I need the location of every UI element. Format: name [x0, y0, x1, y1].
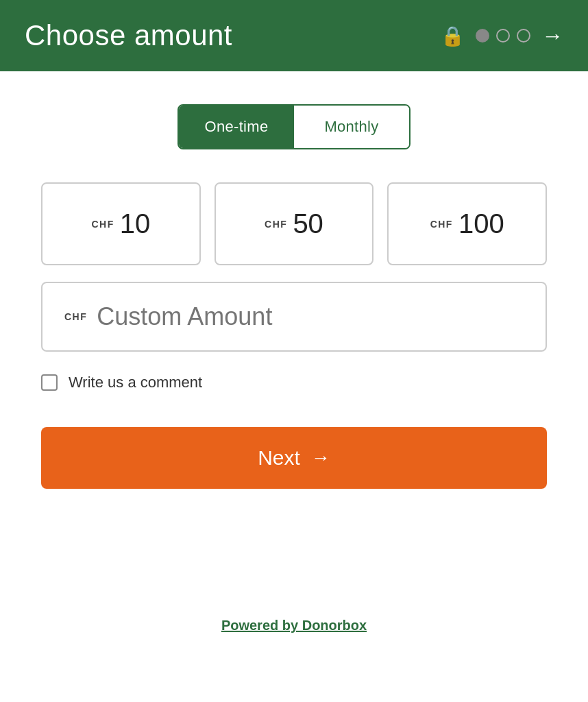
amount-card-10[interactable]: CHF 10 — [41, 182, 201, 265]
lock-icon: 🔒 — [441, 25, 465, 47]
step-indicator-1 — [476, 29, 489, 43]
comment-checkbox-label: Write us a comment — [69, 374, 202, 391]
amount-value-100: 100 — [458, 208, 504, 239]
next-button-label: Next — [258, 446, 300, 470]
custom-amount-currency-label: CHF — [64, 311, 87, 322]
page-title: Choose amount — [25, 19, 232, 52]
amount-currency-50: CHF — [265, 219, 287, 230]
comment-checkbox[interactable] — [41, 374, 58, 391]
amount-card-100[interactable]: CHF 100 — [387, 182, 547, 265]
step-indicator-3 — [517, 29, 530, 43]
custom-amount-container: CHF — [41, 282, 547, 352]
amount-value-10: 10 — [120, 208, 151, 239]
step-indicator-2 — [496, 29, 510, 43]
custom-amount-input[interactable] — [97, 302, 524, 331]
monthly-button[interactable]: Monthly — [294, 106, 409, 148]
one-time-button[interactable]: One-time — [179, 106, 294, 148]
footer: Powered by Donorbox — [221, 618, 367, 661]
next-button[interactable]: Next → — [41, 427, 547, 489]
amount-card-50[interactable]: CHF 50 — [215, 182, 374, 265]
header-next-arrow-icon[interactable]: → — [541, 23, 563, 49]
header-right: 🔒 → — [441, 23, 563, 49]
powered-by-link[interactable]: Powered by Donorbox — [221, 618, 367, 633]
comment-checkbox-container: Write us a comment — [41, 374, 547, 391]
amount-value-50: 50 — [293, 208, 323, 239]
amount-grid: CHF 10 CHF 50 CHF 100 — [41, 182, 547, 265]
amount-currency-10: CHF — [91, 219, 114, 230]
payment-type-toggle: One-time Monthly — [177, 104, 411, 149]
step-indicators — [476, 29, 530, 43]
next-button-arrow-icon: → — [311, 447, 330, 469]
main-content: One-time Monthly CHF 10 CHF 50 CHF 100 C… — [0, 71, 588, 702]
donation-card: Choose amount 🔒 → One-time Monthly CHF 1… — [0, 0, 588, 702]
header: Choose amount 🔒 → — [0, 0, 588, 71]
amount-currency-100: CHF — [430, 219, 453, 230]
